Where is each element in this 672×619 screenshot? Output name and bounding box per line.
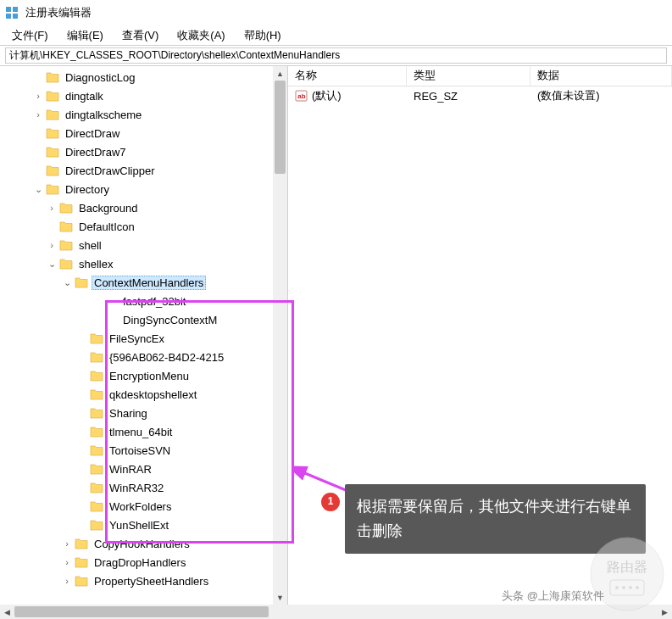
scroll-up-icon[interactable]: ▲ (273, 66, 287, 81)
expand-toggle-icon[interactable]: ⌄ (61, 277, 73, 288)
tree-node-label: fastpdf_32bit (120, 294, 188, 309)
menu-help[interactable]: 帮助(H) (237, 26, 288, 45)
folder-icon (90, 444, 103, 456)
folder-icon (90, 426, 103, 438)
svg-point-12 (636, 586, 639, 589)
tree-node[interactable]: DiagnosticLog (3, 68, 287, 86)
tree-node[interactable]: EncryptionMenu (3, 366, 287, 385)
expand-toggle-icon[interactable]: › (61, 576, 73, 586)
addressbar (0, 46, 672, 66)
tree-node[interactable]: YunShellExt (3, 516, 287, 534)
tree-node[interactable]: WinRAR32 (3, 478, 287, 497)
tree-node-label: qkdesktopshellext (107, 388, 199, 402)
folder-icon (46, 109, 59, 120)
tree-node[interactable]: WorkFolders (3, 497, 287, 516)
menu-file[interactable]: 文件(F) (5, 26, 55, 45)
address-input[interactable] (5, 47, 667, 64)
tree-node[interactable]: fastpdf_32bit (3, 292, 287, 310)
tree-node-label: DirectDraw7 (63, 145, 129, 159)
folder-icon (90, 332, 103, 344)
expand-toggle-icon[interactable]: › (46, 203, 58, 213)
list-row[interactable]: ab (默认) REG_SZ (数值未设置) (288, 86, 672, 105)
svg-point-11 (629, 586, 632, 589)
tree-node[interactable]: DingSyncContextM (3, 310, 287, 329)
folder-icon (90, 351, 103, 363)
folder-icon (90, 370, 103, 382)
titlebar: 注册表编辑器 (0, 0, 672, 25)
horizontal-scrollbar[interactable]: ◀ ▶ (0, 605, 672, 619)
string-value-icon: ab (295, 89, 308, 103)
value-type: REG_SZ (407, 88, 530, 104)
tree-node-label: YunShellExt (107, 518, 171, 533)
column-header-name[interactable]: 名称 (288, 66, 407, 86)
tree-node[interactable]: qkdesktopshellext (3, 385, 287, 404)
tree-node[interactable]: DirectDraw (3, 124, 287, 142)
svg-rect-3 (13, 14, 18, 19)
tree-node[interactable]: ›dingtalk (3, 86, 287, 105)
tree-node-label: Background (76, 201, 140, 215)
tree-node[interactable]: ›CopyHookHandlers (3, 534, 287, 553)
tree-node[interactable]: tlmenu_64bit (3, 422, 287, 441)
menu-view[interactable]: 查看(V) (115, 26, 165, 45)
menubar: 文件(F) 编辑(E) 查看(V) 收藏夹(A) 帮助(H) (0, 25, 672, 46)
tree-node[interactable]: DirectDrawClipper (3, 161, 287, 180)
menu-edit[interactable]: 编辑(E) (60, 26, 110, 45)
folder-icon (75, 575, 88, 587)
folder-icon (75, 538, 88, 549)
tree-node[interactable]: ›shell (3, 236, 287, 254)
value-data: (数值未设置) (530, 86, 672, 105)
scrollbar-thumb[interactable] (275, 81, 286, 174)
app-icon (5, 6, 19, 20)
tree-node[interactable]: ›PropertySheetHandlers (3, 572, 287, 590)
tree-node-label: shellex (76, 257, 115, 271)
expand-toggle-icon[interactable]: › (46, 240, 58, 250)
tree-node-label: dingtalkscheme (63, 108, 144, 122)
h-scrollbar-thumb[interactable] (14, 606, 269, 617)
column-header-type[interactable]: 类型 (407, 66, 530, 86)
folder-icon (75, 276, 88, 288)
tree-node[interactable]: DirectDraw7 (3, 142, 287, 161)
folder-icon (46, 146, 59, 158)
expand-toggle-icon[interactable]: ⌄ (46, 259, 58, 270)
folder-icon (46, 183, 59, 195)
folder-icon (59, 258, 73, 270)
tree-node[interactable]: WinRAR (3, 460, 287, 478)
tree-node[interactable]: ›DragDropHandlers (3, 553, 287, 572)
menu-favorites[interactable]: 收藏夹(A) (170, 26, 231, 45)
expand-toggle-icon[interactable]: › (61, 557, 73, 567)
tree-node[interactable]: ⌄shellex (3, 254, 287, 273)
tree-node-label: ContextMenuHandlers (92, 276, 206, 290)
tree[interactable]: DiagnosticLog›dingtalk›dingtalkschemeDir… (0, 66, 287, 592)
folder-icon (59, 220, 73, 232)
scroll-left-icon[interactable]: ◀ (0, 608, 14, 616)
tree-node[interactable]: TortoiseSVN (3, 441, 287, 460)
tree-node-label: dingtalk (63, 89, 106, 103)
tree-node[interactable]: ›dingtalkscheme (3, 105, 287, 124)
folder-icon (90, 463, 103, 475)
tree-node[interactable]: ›Background (3, 198, 287, 217)
expand-toggle-icon[interactable]: ⌄ (32, 184, 44, 195)
tree-node-label: tlmenu_64bit (107, 425, 175, 439)
expand-toggle-icon[interactable]: › (61, 538, 73, 549)
svg-rect-1 (13, 7, 18, 12)
folder-icon (46, 127, 59, 139)
tree-node[interactable]: FileSyncEx (3, 329, 287, 348)
folder-icon (75, 556, 88, 568)
expand-toggle-icon[interactable]: › (32, 91, 44, 101)
tree-node[interactable]: {596AB062-B4D2-4215 (3, 348, 287, 366)
tree-node[interactable]: DefaultIcon (3, 217, 287, 236)
tree-node-label: WorkFolders (107, 499, 174, 514)
expand-toggle-icon[interactable]: › (32, 109, 44, 120)
folder-icon (90, 407, 103, 419)
folder-icon (46, 165, 59, 176)
tree-node[interactable]: ⌄Directory (3, 180, 287, 198)
watermark-label: 路由器 (607, 560, 647, 574)
column-header-data[interactable]: 数据 (530, 66, 672, 86)
scroll-down-icon[interactable]: ▼ (273, 590, 287, 605)
value-name: (默认) (312, 88, 342, 103)
tree-vertical-scrollbar[interactable]: ▲ ▼ (273, 66, 287, 605)
tree-node[interactable]: ⌄ContextMenuHandlers (3, 273, 287, 292)
svg-rect-0 (6, 7, 11, 12)
tree-node-label: shell (76, 238, 104, 253)
tree-node[interactable]: Sharing (3, 404, 287, 422)
